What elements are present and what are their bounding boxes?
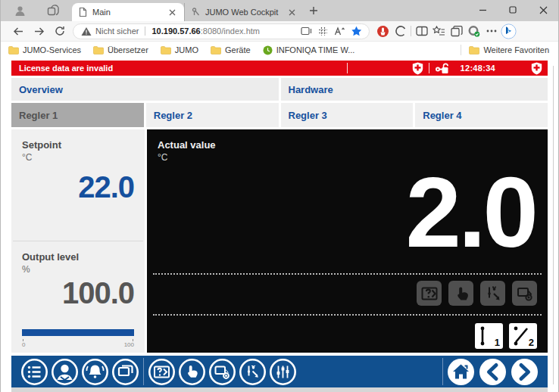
security-label: Nicht sicher: [95, 26, 139, 36]
bookmark-jumo[interactable]: JUMO: [161, 45, 198, 54]
bing-chat-icon[interactable]: [500, 23, 517, 39]
page-bottom-strip: [11, 387, 548, 392]
app-available-icon[interactable]: [314, 23, 331, 39]
maximize-icon[interactable]: [498, 0, 528, 20]
output-level-label: Output level: [22, 251, 134, 263]
parameter-set-icon[interactable]: [480, 281, 505, 306]
reading-mode-icon[interactable]: [298, 23, 314, 39]
text-size-icon[interactable]: [331, 23, 348, 39]
split-screen-icon[interactable]: [413, 23, 430, 39]
alarm-banner: License data are invalid 12:48:34: [11, 61, 548, 76]
browser-navbar: Nicht sicher 10.190.57.66:8080/index.htm: [1, 21, 558, 42]
minimize-icon[interactable]: [467, 0, 498, 20]
workspaces-icon[interactable]: [42, 2, 64, 20]
screens-icon[interactable]: [111, 358, 139, 386]
tab-label: Regler 3: [289, 110, 327, 121]
toolbar-divider: [143, 358, 144, 385]
tab-close-icon[interactable]: [166, 6, 178, 18]
profile-icon[interactable]: [8, 2, 31, 20]
collections-icon[interactable]: [448, 23, 465, 39]
new-tab-icon[interactable]: [304, 2, 323, 20]
site-favicon-green: [263, 45, 273, 55]
login-lock-icon[interactable]: [429, 63, 454, 74]
setpoint-block: Setpoint °C 22.0: [11, 129, 145, 241]
bookmark-infoniqa-time[interactable]: INFONIQA TIME W...: [263, 45, 355, 55]
browser-tab-jumo-web-cockpit[interactable]: JUMO Web Cockpit: [184, 3, 304, 21]
tab-regler-2[interactable]: Regler 2: [146, 103, 279, 127]
folder-icon: [469, 46, 479, 54]
autotune-help-icon[interactable]: [417, 281, 442, 306]
bookmark-geraete[interactable]: Geräte: [211, 45, 251, 54]
tab-label: Regler 4: [423, 110, 461, 121]
url-path: :8080/index.htm: [201, 26, 260, 36]
bookmark-jumo-services[interactable]: JUMO-Services: [8, 45, 81, 54]
forward-icon[interactable]: [511, 358, 539, 386]
url-text: 10.190.57.66:8080/index.htm: [151, 26, 298, 36]
browser-tab-main[interactable]: Main: [72, 3, 184, 21]
binary-output-1-closed-icon: 1: [475, 323, 503, 349]
actual-value-label: Actual value: [158, 139, 537, 151]
controller-dashboard: Setpoint °C 22.0 Output level % 100.0 0 …: [11, 129, 548, 353]
bookmark-uebersetzer[interactable]: Übersetzer: [93, 45, 148, 54]
output-number: 1: [495, 337, 500, 348]
alarm-message: License data are invalid: [11, 64, 113, 73]
jumo-web-cockpit-favicon: [191, 7, 201, 17]
manual-mode-hand-icon[interactable]: [448, 281, 473, 306]
screen-toggle-icon[interactable]: [208, 358, 236, 386]
app-toolbar: [11, 356, 548, 387]
user-login-icon[interactable]: [51, 358, 79, 386]
password-extension-icon[interactable]: [465, 23, 482, 39]
bookmark-label: JUMO-Services: [23, 45, 81, 54]
scale-max: 100: [124, 339, 134, 348]
alarm-shield-icon[interactable]: [407, 62, 429, 75]
home-icon[interactable]: [447, 358, 475, 386]
left-values-panel: Setpoint °C 22.0 Output level % 100.0 0 …: [11, 129, 145, 353]
url-host: 10.190.57.66: [151, 26, 200, 36]
page-edge-line: [553, 66, 554, 384]
binary-output-indicators: 1 2: [475, 323, 537, 349]
tab-label: Regler 2: [154, 110, 192, 121]
nav-tab-overview[interactable]: Overview: [11, 78, 279, 101]
browser-titlebar: Main JUMO Web Cockpit: [1, 0, 558, 21]
bookmark-label: Geräte: [225, 45, 251, 54]
dotted-divider: [153, 273, 542, 275]
back-nav-icon[interactable]: [8, 22, 29, 41]
output-level-block: Output level % 100.0 0 100: [11, 241, 145, 353]
more-menu-icon[interactable]: [482, 23, 500, 39]
output-level-unit: %: [22, 264, 134, 275]
favorite-star-icon[interactable]: [348, 23, 364, 39]
tab-regler-1[interactable]: Regler 1: [11, 103, 144, 127]
manual-mode-hand-icon[interactable]: [178, 358, 206, 386]
main-menu-icon[interactable]: [20, 358, 48, 386]
setpoint-unit: °C: [22, 152, 134, 163]
favorites-hub-icon[interactable]: [430, 23, 448, 39]
refresh-icon[interactable]: [49, 22, 70, 41]
back-icon[interactable]: [479, 358, 507, 386]
output-number: 2: [529, 337, 534, 348]
alarm-shield-icon[interactable]: [526, 62, 548, 75]
parameter-set-icon[interactable]: [239, 358, 267, 386]
address-bar[interactable]: Nicht sicher 10.190.57.66:8080/index.htm: [73, 23, 370, 39]
alarm-bell-icon[interactable]: [81, 358, 109, 386]
folder-icon: [93, 46, 104, 54]
tuning-sliders-icon[interactable]: [269, 358, 297, 386]
dotted-divider: [153, 314, 542, 316]
bookmark-label: Übersetzer: [108, 45, 148, 54]
autotune-help-icon[interactable]: [148, 358, 176, 386]
crescent-extension-icon[interactable]: [392, 23, 409, 39]
close-window-icon[interactable]: [528, 0, 558, 20]
bookmark-more-favorites[interactable]: Weitere Favoriten: [469, 45, 549, 54]
folder-icon: [161, 46, 171, 54]
forward-nav-icon[interactable]: [29, 22, 49, 41]
screen-toggle-icon[interactable]: [512, 281, 537, 306]
output-level-scale: 0 100: [22, 339, 134, 348]
tab-regler-3[interactable]: Regler 3: [281, 103, 414, 127]
tab-close-icon[interactable]: [286, 6, 298, 18]
bookmarks-bar: JUMO-Services Übersetzer JUMO Geräte INF…: [1, 42, 558, 58]
nav-tab-hardware[interactable]: Hardware: [281, 78, 548, 101]
clock-time: 12:48:34: [461, 64, 495, 73]
adblock-extension-icon[interactable]: [374, 23, 392, 39]
tab-regler-4[interactable]: Regler 4: [415, 103, 548, 127]
page-favicon: [78, 7, 88, 17]
bookmark-label: Weitere Favoriten: [483, 45, 549, 54]
